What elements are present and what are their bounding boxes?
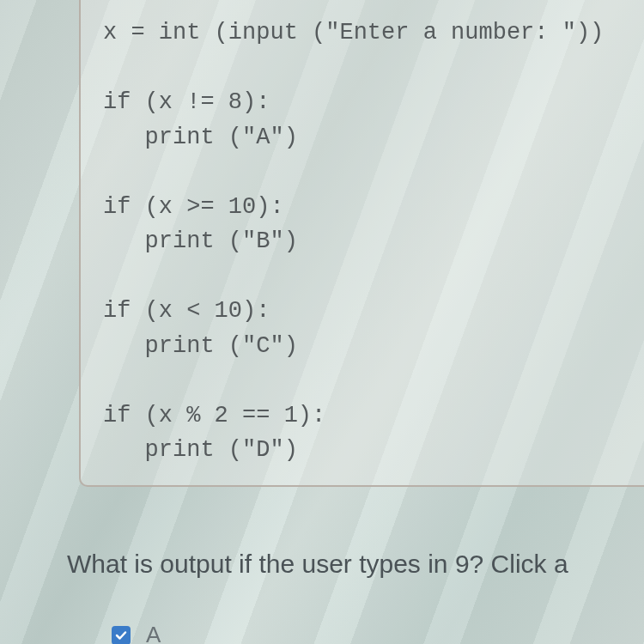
code-line: if (x % 2 == 1):	[103, 403, 325, 428]
code-line: print ("D")	[103, 437, 298, 463]
code-line: print ("C")	[103, 333, 298, 359]
question-text: What is output if the user types in 9? C…	[67, 550, 568, 579]
code-line: if (x < 10):	[103, 298, 270, 324]
code-block: x = int (input ("Enter a number: ")) if …	[79, 0, 644, 487]
checkbox-checked-icon[interactable]	[112, 626, 131, 645]
code-line: x = int (input ("Enter a number: "))	[103, 20, 604, 46]
code-line: if (x >= 10):	[103, 194, 284, 220]
code-line: print ("B")	[103, 228, 298, 254]
code-line: print ("A")	[103, 125, 298, 150]
answer-label: A	[146, 622, 161, 644]
code-line: if (x != 8):	[103, 89, 270, 115]
answer-option-a[interactable]: A	[112, 622, 161, 644]
